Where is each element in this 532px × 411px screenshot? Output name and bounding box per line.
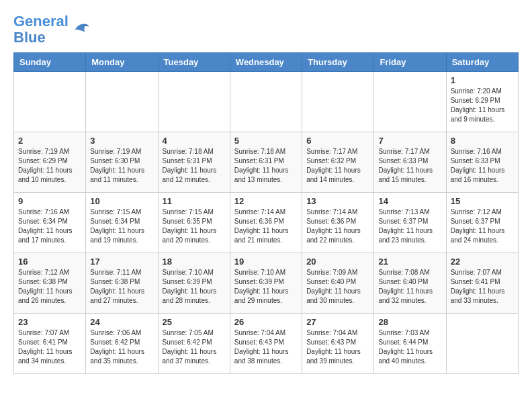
day-number: 14 (378, 196, 441, 206)
day-number: 19 (234, 257, 298, 267)
logo-text: General Blue (13, 13, 69, 46)
day-info: Sunrise: 7:07 AM Sunset: 6:41 PM Dayligh… (18, 328, 81, 366)
calendar-week-row: 16Sunrise: 7:12 AM Sunset: 6:38 PM Dayli… (14, 253, 519, 314)
weekday-header: Thursday (302, 53, 374, 72)
day-number: 20 (306, 257, 369, 267)
day-info: Sunrise: 7:16 AM Sunset: 6:34 PM Dayligh… (18, 208, 81, 245)
day-info: Sunrise: 7:19 AM Sunset: 6:30 PM Dayligh… (90, 147, 153, 185)
day-info: Sunrise: 7:18 AM Sunset: 6:31 PM Dayligh… (234, 147, 298, 185)
weekday-header: Saturday (446, 53, 518, 72)
day-number: 16 (18, 257, 81, 267)
day-number: 6 (306, 136, 369, 146)
day-info: Sunrise: 7:20 AM Sunset: 6:29 PM Dayligh… (451, 87, 514, 124)
calendar-cell: 3Sunrise: 7:19 AM Sunset: 6:30 PM Daylig… (86, 132, 158, 193)
day-info: Sunrise: 7:17 AM Sunset: 6:32 PM Dayligh… (306, 147, 369, 185)
calendar-cell: 21Sunrise: 7:08 AM Sunset: 6:40 PM Dayli… (374, 253, 446, 314)
weekday-header: Friday (374, 53, 446, 72)
day-info: Sunrise: 7:18 AM Sunset: 6:31 PM Dayligh… (163, 147, 226, 185)
day-number: 7 (378, 136, 441, 146)
calendar-header-row: SundayMondayTuesdayWednesdayThursdayFrid… (14, 53, 519, 72)
weekday-header: Tuesday (158, 53, 230, 72)
calendar-week-row: 9Sunrise: 7:16 AM Sunset: 6:34 PM Daylig… (14, 193, 519, 253)
calendar-cell: 13Sunrise: 7:14 AM Sunset: 6:36 PM Dayli… (302, 193, 374, 253)
day-info: Sunrise: 7:07 AM Sunset: 6:41 PM Dayligh… (451, 268, 514, 306)
calendar-cell (302, 72, 374, 132)
calendar-week-row: 2Sunrise: 7:19 AM Sunset: 6:29 PM Daylig… (14, 132, 519, 193)
weekday-header: Wednesday (230, 53, 302, 72)
day-info: Sunrise: 7:11 AM Sunset: 6:38 PM Dayligh… (90, 268, 153, 306)
calendar-cell: 2Sunrise: 7:19 AM Sunset: 6:29 PM Daylig… (14, 132, 86, 193)
day-info: Sunrise: 7:16 AM Sunset: 6:33 PM Dayligh… (451, 147, 514, 185)
day-number: 28 (378, 317, 441, 327)
day-number: 17 (90, 257, 153, 267)
calendar-cell: 17Sunrise: 7:11 AM Sunset: 6:38 PM Dayli… (86, 253, 158, 314)
calendar-cell (446, 314, 518, 374)
day-number: 5 (234, 136, 298, 146)
calendar-cell (158, 72, 230, 132)
day-number: 13 (306, 196, 369, 206)
day-info: Sunrise: 7:13 AM Sunset: 6:37 PM Dayligh… (378, 208, 441, 245)
calendar-cell (14, 72, 86, 132)
day-info: Sunrise: 7:15 AM Sunset: 6:35 PM Dayligh… (163, 208, 226, 245)
day-number: 1 (451, 75, 514, 85)
day-number: 4 (163, 136, 226, 146)
calendar-cell: 15Sunrise: 7:12 AM Sunset: 6:37 PM Dayli… (446, 193, 518, 253)
day-info: Sunrise: 7:09 AM Sunset: 6:40 PM Dayligh… (306, 268, 369, 306)
day-info: Sunrise: 7:04 AM Sunset: 6:43 PM Dayligh… (234, 328, 298, 366)
day-info: Sunrise: 7:08 AM Sunset: 6:40 PM Dayligh… (378, 268, 441, 306)
day-number: 2 (18, 136, 81, 146)
day-number: 10 (90, 196, 153, 206)
calendar-cell: 12Sunrise: 7:14 AM Sunset: 6:36 PM Dayli… (230, 193, 302, 253)
day-number: 23 (18, 317, 81, 327)
calendar-cell: 27Sunrise: 7:04 AM Sunset: 6:43 PM Dayli… (302, 314, 374, 374)
day-number: 22 (451, 257, 514, 267)
day-info: Sunrise: 7:19 AM Sunset: 6:29 PM Dayligh… (18, 147, 81, 185)
calendar-cell: 23Sunrise: 7:07 AM Sunset: 6:41 PM Dayli… (14, 314, 86, 374)
day-info: Sunrise: 7:14 AM Sunset: 6:36 PM Dayligh… (306, 208, 369, 245)
calendar-cell: 4Sunrise: 7:18 AM Sunset: 6:31 PM Daylig… (158, 132, 230, 193)
weekday-header: Sunday (14, 53, 86, 72)
day-info: Sunrise: 7:06 AM Sunset: 6:42 PM Dayligh… (90, 328, 153, 366)
calendar-cell: 26Sunrise: 7:04 AM Sunset: 6:43 PM Dayli… (230, 314, 302, 374)
calendar-table: SundayMondayTuesdayWednesdayThursdayFrid… (13, 52, 519, 374)
day-number: 25 (163, 317, 226, 327)
page-header: General Blue (13, 13, 519, 46)
calendar-cell (374, 72, 446, 132)
calendar-cell: 7Sunrise: 7:17 AM Sunset: 6:33 PM Daylig… (374, 132, 446, 193)
day-info: Sunrise: 7:14 AM Sunset: 6:36 PM Dayligh… (234, 208, 298, 245)
day-number: 24 (90, 317, 153, 327)
day-info: Sunrise: 7:12 AM Sunset: 6:38 PM Dayligh… (18, 268, 81, 306)
calendar-cell: 28Sunrise: 7:03 AM Sunset: 6:44 PM Dayli… (374, 314, 446, 374)
calendar-cell: 19Sunrise: 7:10 AM Sunset: 6:39 PM Dayli… (230, 253, 302, 314)
day-info: Sunrise: 7:10 AM Sunset: 6:39 PM Dayligh… (163, 268, 226, 306)
calendar-cell: 6Sunrise: 7:17 AM Sunset: 6:32 PM Daylig… (302, 132, 374, 193)
calendar-cell: 9Sunrise: 7:16 AM Sunset: 6:34 PM Daylig… (14, 193, 86, 253)
logo: General Blue (13, 13, 90, 46)
calendar-cell: 16Sunrise: 7:12 AM Sunset: 6:38 PM Dayli… (14, 253, 86, 314)
day-info: Sunrise: 7:10 AM Sunset: 6:39 PM Dayligh… (234, 268, 298, 306)
calendar-week-row: 23Sunrise: 7:07 AM Sunset: 6:41 PM Dayli… (14, 314, 519, 374)
weekday-header: Monday (86, 53, 158, 72)
day-info: Sunrise: 7:15 AM Sunset: 6:34 PM Dayligh… (90, 208, 153, 245)
calendar-cell (86, 72, 158, 132)
logo-bird-icon (70, 19, 90, 40)
day-info: Sunrise: 7:05 AM Sunset: 6:42 PM Dayligh… (163, 328, 226, 366)
calendar-cell: 1Sunrise: 7:20 AM Sunset: 6:29 PM Daylig… (446, 72, 518, 132)
day-info: Sunrise: 7:12 AM Sunset: 6:37 PM Dayligh… (451, 208, 514, 245)
day-number: 26 (234, 317, 298, 327)
calendar-cell: 10Sunrise: 7:15 AM Sunset: 6:34 PM Dayli… (86, 193, 158, 253)
calendar-cell (230, 72, 302, 132)
day-info: Sunrise: 7:04 AM Sunset: 6:43 PM Dayligh… (306, 328, 369, 366)
day-number: 21 (378, 257, 441, 267)
day-number: 11 (163, 196, 226, 206)
day-number: 12 (234, 196, 298, 206)
day-number: 3 (90, 136, 153, 146)
day-number: 18 (163, 257, 226, 267)
calendar-cell: 22Sunrise: 7:07 AM Sunset: 6:41 PM Dayli… (446, 253, 518, 314)
calendar-cell: 11Sunrise: 7:15 AM Sunset: 6:35 PM Dayli… (158, 193, 230, 253)
calendar-cell: 14Sunrise: 7:13 AM Sunset: 6:37 PM Dayli… (374, 193, 446, 253)
calendar-cell: 18Sunrise: 7:10 AM Sunset: 6:39 PM Dayli… (158, 253, 230, 314)
day-number: 15 (451, 196, 514, 206)
calendar-cell: 25Sunrise: 7:05 AM Sunset: 6:42 PM Dayli… (158, 314, 230, 374)
calendar-week-row: 1Sunrise: 7:20 AM Sunset: 6:29 PM Daylig… (14, 72, 519, 132)
